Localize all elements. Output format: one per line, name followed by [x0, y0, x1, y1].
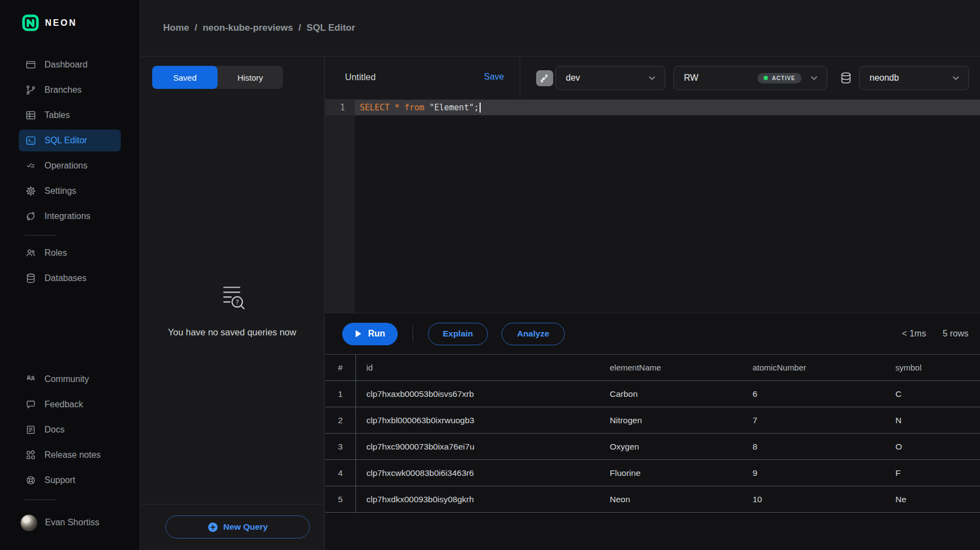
cell-atomicNumber: 10	[742, 486, 885, 512]
sidebar-item-feedback[interactable]: Feedback	[19, 394, 121, 416]
sidebar-item-label: Roles	[44, 248, 67, 258]
sidebar-item-community[interactable]: Community	[19, 368, 121, 390]
table-row: 3 clp7hxc9000073b0ixa76ei7u Oxygen 8 O	[325, 434, 980, 460]
save-link[interactable]: Save	[484, 72, 504, 82]
sidebar-item-integrations[interactable]: Integrations	[19, 205, 121, 227]
panel-divider	[140, 504, 324, 504]
docs-icon	[25, 424, 36, 435]
roles-icon	[25, 248, 36, 259]
neon-console: NEON Dashboard Branches Tables SQL Edito…	[0, 0, 980, 550]
feedback-icon	[25, 399, 36, 410]
actions-divider	[413, 325, 413, 342]
sidebar-item-docs[interactable]: Docs	[19, 419, 121, 441]
sidebar-item-label: Feedback	[44, 400, 83, 409]
user-menu[interactable]: Evan Shortiss	[19, 512, 99, 534]
sidebar-item-operations[interactable]: Operations	[19, 155, 121, 177]
column-header-elementName: elementName	[599, 355, 742, 380]
sidebar-item-label: Support	[44, 475, 75, 485]
breadcrumb-current: SQL Editor	[307, 23, 355, 33]
code-text: SELECT * from "Element";	[355, 100, 980, 115]
sql-code-editor[interactable]: 1 SELECT * from "Element";	[325, 100, 980, 313]
branch-select[interactable]: dev	[555, 66, 665, 90]
cell-atomicNumber: 7	[742, 407, 885, 433]
saved-queries-panel: Saved History ? You have no saved querie…	[140, 57, 325, 550]
sidebar-item-dashboard[interactable]: Dashboard	[19, 54, 121, 76]
query-duration: < 1ms	[902, 329, 926, 339]
tab-history[interactable]: History	[218, 66, 283, 89]
cell-id: clp7hxcwk00083b0i6i3463r6	[356, 460, 599, 486]
column-header-symbol: symbol	[885, 355, 980, 380]
sidebar-item-label: Community	[44, 374, 89, 384]
sidebar-item-sql-editor[interactable]: SQL Editor	[19, 130, 121, 151]
breadcrumb-project[interactable]: neon-kube-previews	[203, 23, 293, 33]
row-index: 5	[325, 486, 356, 512]
sidebar-item-label: Operations	[44, 161, 87, 171]
saved-history-tabs: Saved History	[152, 66, 283, 89]
brand-logo[interactable]: NEON	[22, 14, 77, 31]
compute-select[interactable]: RW ACTIVE	[673, 66, 827, 90]
row-index: 3	[325, 434, 356, 459]
text-cursor	[480, 103, 481, 113]
sql-keyword: from	[404, 103, 429, 113]
sidebar-item-release-notes[interactable]: Release notes	[19, 444, 121, 466]
neon-logo-icon	[22, 14, 39, 31]
cell-elementName: Carbon	[599, 381, 742, 407]
no-saved-queries-icon: ?	[215, 279, 249, 313]
sql-star: *	[394, 103, 404, 113]
sidebar-item-label: Databases	[44, 273, 87, 283]
row-index: 4	[325, 460, 356, 486]
chevron-down-icon	[647, 73, 657, 83]
cell-symbol: C	[885, 381, 980, 407]
status-badge-label: ACTIVE	[772, 75, 795, 81]
breadcrumb-home[interactable]: Home	[163, 23, 189, 33]
database-select-value: neondb	[870, 73, 899, 83]
database-select[interactable]: neondb	[859, 66, 969, 90]
sidebar-item-label: Tables	[44, 110, 70, 120]
sidebar-item-roles[interactable]: Roles	[19, 242, 121, 264]
sidebar-item-tables[interactable]: Tables	[19, 104, 121, 126]
query-stats: < 1ms 5 rows	[902, 313, 968, 354]
cell-atomicNumber: 9	[742, 460, 885, 486]
sidebar-item-label: Integrations	[44, 211, 91, 221]
sql-editor-icon	[25, 135, 36, 146]
brand-wordmark: NEON	[45, 18, 77, 28]
run-label: Run	[368, 329, 385, 339]
cell-id: clp7hxc9000073b0ixa76ei7u	[356, 434, 599, 459]
chevron-down-icon	[809, 73, 819, 83]
sql-identifier: "Element";	[429, 103, 478, 113]
branch-select-value: dev	[566, 73, 580, 83]
sidebar-divider	[25, 500, 57, 500]
branch-chip[interactable]	[536, 70, 553, 86]
compute-select-value: RW	[684, 73, 698, 83]
tab-saved[interactable]: Saved	[152, 66, 218, 89]
support-icon	[25, 475, 36, 486]
line-number: 1	[325, 100, 355, 115]
query-title: Untitled	[345, 72, 376, 82]
play-icon	[355, 330, 362, 338]
explain-button[interactable]: Explain	[428, 323, 488, 345]
sidebar-item-label: Release notes	[44, 450, 101, 460]
sidebar-item-branches[interactable]: Branches	[19, 79, 121, 101]
table-row: 1 clp7hxaxb00053b0isvs67xrb Carbon 6 C	[325, 381, 980, 407]
cell-elementName: Oxygen	[599, 434, 742, 459]
sidebar-item-settings[interactable]: Settings	[19, 180, 121, 202]
sidebar-item-databases[interactable]: Databases	[19, 267, 121, 289]
new-query-button[interactable]: New Query	[165, 515, 310, 538]
editor-region: Untitled Save dev RW ACTIVE	[325, 57, 980, 550]
code-line-1[interactable]: 1 SELECT * from "Element";	[325, 100, 980, 115]
plus-circle-icon	[208, 522, 218, 532]
integrations-icon	[25, 211, 36, 222]
analyze-button[interactable]: Analyze	[502, 323, 565, 345]
databases-icon	[25, 273, 36, 284]
sidebar-item-support[interactable]: Support	[19, 469, 121, 491]
column-header-index: #	[325, 355, 356, 380]
sidebar-item-label: SQL Editor	[44, 136, 87, 145]
run-button[interactable]: Run	[342, 323, 398, 345]
cell-elementName: Fluorine	[599, 460, 742, 486]
table-row: 5 clp7hxdkx00093b0isy08gkrh Neon 10 Ne	[325, 486, 980, 513]
active-dot-icon	[764, 76, 768, 80]
table-row: 4 clp7hxcwk00083b0i6i3463r6 Fluorine 9 F	[325, 460, 980, 486]
user-name: Evan Shortiss	[45, 518, 99, 527]
operations-icon	[25, 160, 36, 171]
cell-atomicNumber: 6	[742, 381, 885, 407]
